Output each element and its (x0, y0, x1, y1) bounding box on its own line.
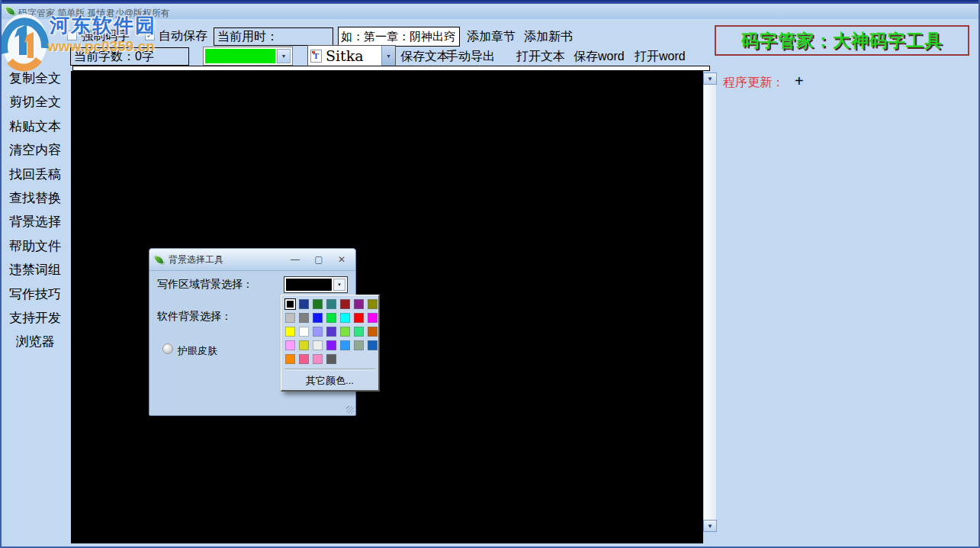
color-swatch[interactable] (299, 313, 309, 323)
color-swatch[interactable] (326, 354, 336, 364)
close-icon[interactable]: ✕ (336, 253, 348, 266)
color-swatch[interactable] (285, 313, 295, 323)
color-swatch[interactable] (285, 327, 295, 337)
watermark-logo (1, 12, 50, 72)
color-swatch[interactable] (354, 299, 364, 309)
sidebar-item[interactable]: 支持开发 (0, 306, 70, 330)
scroll-up-button[interactable]: ▼ (703, 73, 717, 85)
color-swatch[interactable] (313, 354, 323, 364)
sidebar-item[interactable]: 清空内容 (0, 138, 70, 162)
program-update-label: 程序更新： (723, 76, 784, 89)
sidebar: 复制全文剪切全文粘贴文本清空内容找回丢稿查找替换背景选择帮助文件违禁词组写作技巧… (0, 66, 70, 354)
autosave-checkbox[interactable]: ✓ (145, 31, 155, 40)
app-window: 码字管家 简单版 孤情君少@版权所有 ✓ 强制码字 ✓ 自动保存 当前用时： 添… (0, 0, 980, 548)
color-swatch[interactable] (299, 327, 309, 337)
sidebar-item[interactable]: 写作技巧 (0, 282, 70, 306)
color-swatch[interactable] (285, 299, 295, 309)
word-count-box: 当前字数：0字 (70, 47, 189, 66)
color-swatch[interactable] (368, 340, 378, 350)
resize-grip[interactable] (346, 406, 354, 414)
eye-care-radio[interactable] (162, 343, 173, 354)
color-swatch[interactable] (313, 327, 323, 337)
color-swatch[interactable] (313, 299, 323, 309)
sidebar-item[interactable]: 违禁词组 (0, 258, 70, 282)
program-update-value[interactable]: + (795, 73, 804, 89)
scroll-down-icon: ▼ (707, 523, 713, 530)
font-preview-icon: T (310, 50, 322, 63)
color-swatch[interactable] (285, 340, 295, 350)
color-swatch[interactable] (326, 313, 336, 323)
chapter-title-input[interactable] (338, 27, 460, 47)
color-swatch[interactable] (326, 299, 336, 309)
color-swatch[interactable] (326, 340, 336, 350)
color-swatch[interactable] (354, 313, 364, 323)
color-swatch[interactable] (299, 340, 309, 350)
editor-scrollbar[interactable]: ▼ ▼ (703, 73, 717, 532)
sidebar-item[interactable]: 复制全文 (0, 66, 70, 90)
open-text-button[interactable]: 打开文本 (516, 49, 565, 65)
writing-bg-label: 写作区域背景选择： (157, 278, 253, 292)
sidebar-item[interactable]: 浏览器 (0, 330, 70, 353)
scrollbar-track[interactable] (703, 85, 717, 520)
color-swatch[interactable] (340, 299, 350, 309)
window-title: 码字管家 简单版 孤情君少@版权所有 (18, 7, 170, 20)
dialog-title: 背景选择工具 (169, 253, 223, 266)
color-swatch[interactable] (354, 327, 364, 337)
add-book-button[interactable]: 添加新书 (524, 29, 573, 45)
eye-care-label: 护眼皮肤 (178, 344, 217, 358)
color-swatch[interactable] (299, 354, 309, 364)
force-typing-checkbox[interactable]: ✓ (67, 31, 77, 40)
sidebar-item[interactable]: 粘贴文本 (0, 114, 70, 138)
other-colors-button[interactable]: 其它颜色... (281, 374, 378, 388)
font-name: Sitka (326, 47, 381, 64)
program-update-line: 程序更新：+ (723, 73, 804, 91)
color-swatch[interactable] (340, 340, 350, 350)
font-combobox[interactable]: T Sitka ▼ (307, 45, 396, 66)
elapsed-time-box: 当前用时： (214, 27, 333, 46)
open-word-button[interactable]: 打开word (635, 49, 686, 65)
color-swatch[interactable] (326, 327, 336, 337)
palette-separator (284, 369, 375, 370)
color-swatch[interactable] (340, 327, 350, 337)
font-color-combobox[interactable]: ▼ (203, 47, 293, 66)
minimize-icon[interactable]: — (289, 253, 301, 266)
app-banner: 码字管家：大神码字工具 (715, 25, 969, 56)
sidebar-item[interactable]: 帮助文件 (0, 234, 70, 258)
scroll-up-icon: ▼ (707, 76, 713, 82)
dialog-leaf-icon (153, 254, 165, 266)
force-typing-label: 强制码字 (81, 28, 130, 44)
color-swatch[interactable] (313, 313, 323, 323)
color-swatch[interactable] (340, 313, 350, 323)
dialog-color-current (286, 279, 332, 291)
editor-top-strip (72, 66, 710, 71)
font-color-swatch (205, 49, 275, 63)
color-palette-grid (281, 295, 378, 364)
check-icon: ✓ (146, 31, 154, 39)
color-swatch[interactable] (285, 354, 295, 364)
save-word-button[interactable]: 保存word (574, 49, 625, 65)
sidebar-item[interactable]: 背景选择 (0, 210, 70, 234)
autosave-label: 自动保存 (159, 28, 207, 44)
software-bg-label: 软件背景选择： (157, 310, 232, 324)
scroll-down-button[interactable]: ▼ (703, 520, 717, 532)
color-palette-popup: 其它颜色... (281, 295, 380, 392)
add-chapter-button[interactable]: 添加章节 (467, 29, 516, 45)
color-swatch[interactable] (368, 299, 378, 309)
chevron-down-icon[interactable]: ▼ (381, 46, 395, 66)
writing-bg-combobox[interactable]: ▼ (284, 276, 348, 293)
manual-export-button[interactable]: 手动导出 (446, 49, 495, 65)
color-swatch[interactable] (313, 340, 323, 350)
maximize-icon[interactable]: ▢ (313, 253, 325, 266)
sidebar-item[interactable]: 剪切全文 (0, 90, 70, 114)
color-swatch[interactable] (368, 313, 378, 323)
color-swatch[interactable] (368, 327, 378, 337)
sidebar-item[interactable]: 查找替换 (0, 186, 70, 210)
chevron-down-icon[interactable]: ▼ (333, 279, 345, 291)
chevron-down-icon[interactable]: ▼ (277, 49, 291, 63)
sidebar-item[interactable]: 找回丢稿 (0, 163, 70, 186)
color-swatch[interactable] (354, 340, 364, 350)
color-swatch[interactable] (299, 299, 309, 309)
save-text-button[interactable]: 保存文本 (400, 49, 449, 65)
